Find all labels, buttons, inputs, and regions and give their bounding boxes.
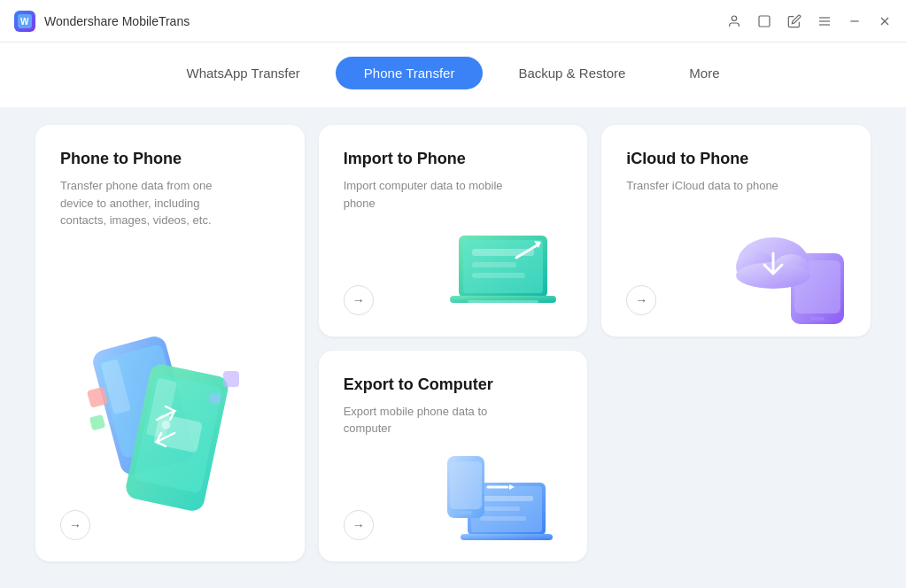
phone-to-phone-desc: Transfer phone data from one device to a… bbox=[60, 177, 237, 229]
icloud-to-phone-title: iCloud to Phone bbox=[626, 150, 846, 168]
app-title: Wondershare MobileTrans bbox=[44, 14, 190, 28]
export-to-computer-title: Export to Computer bbox=[344, 375, 563, 394]
main-content: Phone to Phone Transfer phone data from … bbox=[0, 107, 906, 588]
phone-to-phone-title: Phone to Phone bbox=[60, 150, 280, 168]
card-export-to-computer[interactable]: Export to Computer Export mobile phone d… bbox=[319, 351, 588, 562]
svg-rect-27 bbox=[472, 262, 516, 267]
edit-icon[interactable] bbox=[787, 14, 801, 28]
nav-tabs: WhatsApp Transfer Phone Transfer Backup … bbox=[0, 43, 906, 107]
svg-text:W: W bbox=[20, 17, 29, 27]
svg-rect-28 bbox=[472, 273, 525, 278]
import-illustration bbox=[437, 209, 578, 332]
svg-rect-14 bbox=[89, 414, 105, 430]
title-bar-controls bbox=[727, 14, 892, 28]
card-icloud-to-phone[interactable]: iCloud to Phone Transfer iCloud data to … bbox=[601, 125, 871, 337]
svg-rect-41 bbox=[480, 507, 520, 511]
svg-rect-42 bbox=[480, 516, 526, 521]
user-icon[interactable] bbox=[727, 14, 741, 28]
export-to-computer-desc: Export mobile phone data to computer bbox=[344, 403, 521, 437]
svg-rect-39 bbox=[461, 534, 553, 540]
phone-to-phone-illustration bbox=[73, 336, 267, 513]
svg-rect-3 bbox=[759, 16, 770, 27]
svg-rect-25 bbox=[468, 300, 538, 303]
minimize-button[interactable] bbox=[848, 14, 862, 28]
tab-phone[interactable]: Phone Transfer bbox=[336, 57, 484, 89]
tab-whatsapp[interactable]: WhatsApp Transfer bbox=[158, 57, 328, 89]
close-button[interactable] bbox=[878, 14, 892, 28]
title-bar-left: W Wondershare MobileTrans bbox=[14, 11, 190, 32]
icloud-to-phone-arrow[interactable]: → bbox=[626, 285, 656, 315]
icloud-to-phone-desc: Transfer iCloud data to phone bbox=[626, 177, 803, 195]
svg-point-2 bbox=[732, 16, 736, 20]
icloud-illustration bbox=[720, 209, 862, 332]
tab-backup[interactable]: Backup & Restore bbox=[490, 57, 654, 89]
import-to-phone-arrow[interactable]: → bbox=[344, 285, 374, 315]
svg-rect-44 bbox=[450, 461, 482, 509]
export-illustration bbox=[437, 434, 578, 557]
export-to-computer-arrow[interactable]: → bbox=[344, 510, 374, 540]
card-phone-to-phone[interactable]: Phone to Phone Transfer phone data from … bbox=[35, 125, 305, 561]
import-to-phone-desc: Import computer data to mobile phone bbox=[344, 177, 521, 212]
window-icon[interactable] bbox=[757, 14, 771, 28]
svg-rect-32 bbox=[810, 317, 825, 321]
title-bar: W Wondershare MobileTrans bbox=[0, 0, 906, 43]
phone-to-phone-arrow[interactable]: → bbox=[60, 510, 90, 540]
svg-rect-40 bbox=[480, 496, 533, 501]
svg-rect-45 bbox=[460, 511, 472, 514]
svg-rect-20 bbox=[223, 371, 239, 387]
tab-more[interactable]: More bbox=[661, 57, 747, 89]
app-icon: W bbox=[14, 11, 35, 32]
menu-icon[interactable] bbox=[817, 14, 832, 28]
import-to-phone-title: Import to Phone bbox=[344, 150, 563, 168]
svg-rect-21 bbox=[210, 393, 221, 404]
card-import-to-phone[interactable]: Import to Phone Import computer data to … bbox=[319, 125, 588, 337]
